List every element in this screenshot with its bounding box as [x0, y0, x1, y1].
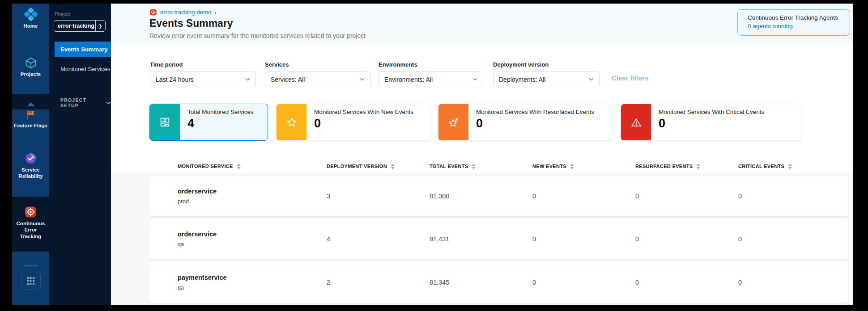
- sidebar-item-label: Continuous Error Tracking: [12, 220, 49, 240]
- breadcrumb: error-tracking-demo ›: [149, 8, 217, 16]
- nav-item-monitored-services[interactable]: Monitored Services: [60, 66, 110, 72]
- card-critical-events[interactable]: Monitored Services With Critical Events …: [621, 104, 801, 141]
- sidebar-item-label: Feature Flags: [12, 122, 49, 129]
- column-header-resurfaced-events[interactable]: RESURFACED EVENTS: [635, 164, 738, 169]
- sort-icon[interactable]: [788, 164, 792, 169]
- services-grid-icon: [159, 117, 170, 128]
- module-sidebar: Home Projects Feature Flags: [12, 4, 49, 305]
- breadcrumb-chevron-icon: ›: [214, 9, 217, 16]
- sidebar-item-projects[interactable]: Projects: [12, 57, 49, 77]
- total-events-value: 91,431: [430, 235, 532, 243]
- card-label: Total Monitored Services: [187, 109, 254, 115]
- apps-grid-icon: [27, 277, 34, 285]
- table-row[interactable]: paymentservice qa 2 81,345 0 0 0: [149, 262, 848, 303]
- select-value: Environments: All: [384, 76, 472, 83]
- column-label: RESURFACED EVENTS: [635, 164, 693, 169]
- service-name[interactable]: paymentservice: [178, 274, 327, 281]
- nav-item-events-summary[interactable]: Events Summary: [55, 42, 111, 57]
- card-label: Monitored Services With New Events: [314, 109, 413, 115]
- service-name[interactable]: orderservice: [178, 231, 327, 238]
- column-header-deployment-version[interactable]: DEPLOYMENT VERSION: [327, 164, 430, 169]
- sidebar-item-label: Service Reliability: [12, 167, 49, 180]
- sort-icon[interactable]: [472, 164, 476, 169]
- clear-filters-button[interactable]: Clear filters: [612, 74, 649, 82]
- sort-icon[interactable]: [237, 164, 241, 169]
- environments-select[interactable]: Environments: All: [379, 71, 483, 87]
- service-name[interactable]: orderservice: [178, 188, 327, 195]
- project-selector[interactable]: error-tracking... ❯: [54, 20, 106, 32]
- nav-divider: [55, 86, 106, 86]
- sort-icon[interactable]: [391, 164, 395, 169]
- service-environment: prod: [178, 198, 327, 205]
- chevron-down-icon: [589, 78, 594, 81]
- apps-grid-button[interactable]: [21, 272, 41, 290]
- card-new-events[interactable]: Monitored Services With New Events 0: [276, 104, 430, 141]
- sidebar-item-continuous-error-tracking[interactable]: Continuous Error Tracking: [12, 206, 49, 240]
- sort-icon[interactable]: [570, 164, 574, 169]
- warning-triangle-icon: [630, 117, 642, 128]
- filter-label: Time period: [150, 61, 256, 68]
- agents-status-box[interactable]: Continuous Error Tracking Agents 0 agent…: [737, 9, 850, 36]
- monitored-service-cell: orderservice prod: [178, 188, 327, 205]
- select-value: Services: All: [271, 76, 360, 83]
- project-selector-value: error-tracking...: [54, 23, 95, 29]
- card-value: 0: [476, 117, 594, 130]
- main-content: error-tracking-demo › Events Summary Rev…: [111, 4, 853, 305]
- agents-box-title: Continuous Error Tracking Agents: [748, 14, 850, 21]
- monitored-service-cell: paymentservice qa: [178, 274, 327, 291]
- sidebar-item-service-reliability[interactable]: Service Reliability: [12, 152, 49, 180]
- filter-label: Deployment version: [493, 61, 600, 68]
- column-header-total-events[interactable]: TOTAL EVENTS: [430, 164, 532, 169]
- filter-label: Services: [265, 61, 370, 68]
- chevron-down-icon: [106, 101, 111, 105]
- card-value: 0: [659, 117, 764, 130]
- table-header: MONITORED SERVICE DEPLOYMENT VERSION TOT…: [149, 160, 848, 172]
- projects-cube-icon: [12, 57, 49, 69]
- card-icon-block: [150, 104, 180, 140]
- star-resurfaced-icon: [448, 117, 460, 128]
- deployments-select[interactable]: Deployments: All: [493, 71, 600, 87]
- chevron-right-icon[interactable]: ❯: [95, 21, 105, 31]
- table-row[interactable]: orderservice qa 4 91,431 0 0 0: [149, 219, 848, 259]
- resurfaced-events-value: 0: [635, 235, 738, 243]
- sidebar-item-home[interactable]: Home: [12, 8, 49, 29]
- star-icon: [286, 117, 298, 128]
- filter-environments: Environments Environments: All: [379, 61, 483, 87]
- breadcrumb-project-link[interactable]: error-tracking-demo: [160, 9, 211, 16]
- deployment-version-value: 4: [327, 235, 430, 243]
- sidebar-item-feature-flags[interactable]: Feature Flags: [12, 109, 49, 129]
- services-select[interactable]: Services: All: [265, 71, 370, 87]
- card-value: 0: [314, 117, 413, 130]
- column-label: MONITORED SERVICE: [178, 164, 233, 169]
- chevron-down-icon: [360, 78, 365, 81]
- column-header-critical-events[interactable]: CRITICAL EVENTS: [738, 164, 848, 169]
- cet-breadcrumb-icon: [149, 8, 157, 16]
- feature-flags-icon: [12, 109, 49, 121]
- card-label: Monitored Services With Resurfaced Event…: [476, 109, 594, 115]
- project-setup-toggle[interactable]: PROJECT SETUP: [60, 97, 111, 108]
- time-period-select[interactable]: Last 24 hours: [150, 71, 256, 87]
- card-icon-block: [621, 104, 651, 140]
- agents-running-link[interactable]: 0 agents running: [748, 23, 850, 29]
- column-header-new-events[interactable]: NEW EVENTS: [532, 164, 635, 169]
- select-value: Deployments: All: [499, 76, 589, 83]
- sidebar-item-label: Projects: [12, 71, 49, 77]
- page-header: error-tracking-demo › Events Summary Rev…: [111, 4, 853, 43]
- new-events-value: 0: [532, 279, 635, 286]
- card-resurfaced-events[interactable]: Monitored Services With Resurfaced Event…: [438, 104, 612, 141]
- total-events-value: 81,300: [430, 193, 532, 200]
- table-row[interactable]: orderservice prod 3 81,300 0 0 0: [149, 176, 848, 216]
- monitored-service-cell: orderservice qa: [178, 231, 327, 248]
- column-label: DEPLOYMENT VERSION: [327, 164, 387, 169]
- column-header-monitored-service[interactable]: MONITORED SERVICE: [178, 164, 327, 169]
- filter-services: Services Services: All: [265, 61, 370, 87]
- app-window: Home Projects Feature Flags: [12, 4, 853, 305]
- resurfaced-events-value: 0: [635, 279, 738, 286]
- new-events-value: 0: [532, 235, 635, 243]
- card-total-monitored-services[interactable]: Total Monitored Services 4: [149, 104, 268, 141]
- column-label: TOTAL EVENTS: [430, 164, 468, 169]
- project-sidebar: Project error-tracking... ❯ Events Summa…: [49, 4, 111, 305]
- sort-icon[interactable]: [696, 164, 700, 169]
- scroll-up-icon[interactable]: [27, 102, 35, 106]
- sidebar-divider: [24, 265, 38, 266]
